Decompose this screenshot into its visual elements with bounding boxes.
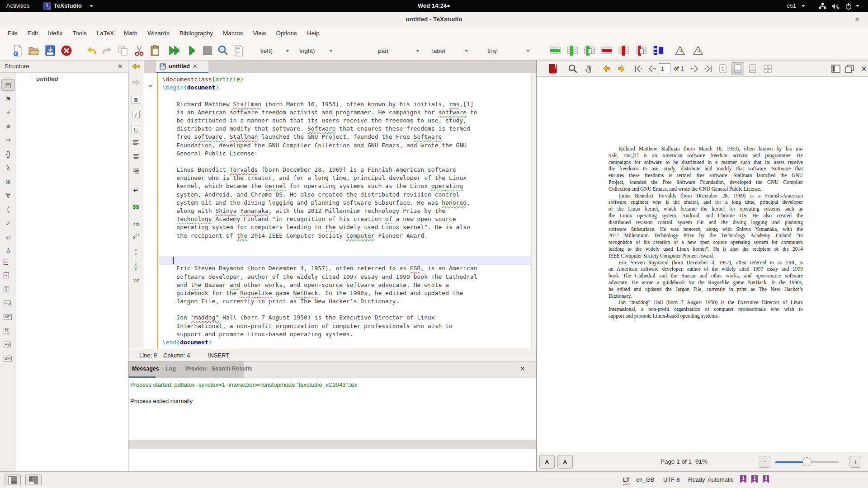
subscript-icon[interactable]: x (128, 219, 143, 226)
jump-back-icon[interactable] (601, 62, 613, 75)
align-center-icon[interactable] (128, 154, 143, 160)
next-page-icon[interactable] (688, 62, 701, 75)
statusbar-automatic[interactable]: Automatic (708, 476, 734, 483)
label-combo[interactable]: label (429, 45, 471, 56)
beamer-icon[interactable]: BM (4, 356, 12, 361)
symbols-misc-math-icon[interactable]: ∀ (1, 190, 15, 202)
grid-mode-icon[interactable] (761, 62, 774, 75)
menu-bibliography[interactable]: Bibliography (175, 27, 218, 39)
table-add-row-icon[interactable] (548, 44, 562, 57)
menu-file[interactable]: File (3, 27, 23, 39)
two-page-mode-icon[interactable] (746, 62, 759, 75)
next-env-icon[interactable] (691, 44, 705, 57)
open-folder-icon[interactable] (27, 44, 41, 57)
statusbar-lt[interactable]: LT (623, 476, 630, 483)
left-delimiter-combo[interactable]: \left( (258, 45, 292, 56)
structure-tree[interactable]: └ untitled (16, 73, 128, 471)
pdf-document-text[interactable]: Richard Matthew Stallman (born March 16,… (609, 145, 803, 319)
bookmark-icon-1[interactable]: 1 (740, 475, 746, 483)
statusbar-en-gb[interactable]: en_GB (636, 476, 654, 483)
symbols-special-icon[interactable]: ☺ (1, 231, 15, 243)
menu-view[interactable]: View (248, 27, 271, 39)
left-right-brackets-icon[interactable]: ([. (4, 286, 9, 292)
pstricks-icon[interactable]: PS (4, 300, 11, 306)
symbols-greek-icon[interactable]: λ (1, 162, 15, 174)
messages-tab-messages[interactable]: Messages (132, 366, 159, 372)
symbols-arrows-icon[interactable]: ⇒ (1, 134, 15, 146)
first-page-icon[interactable] (632, 62, 645, 75)
toggle-panel-icon[interactable] (830, 62, 842, 75)
align-left-icon[interactable] (128, 140, 143, 146)
menu-options[interactable]: Options (271, 27, 302, 39)
keyboard-layout-indicator[interactable]: es1 (787, 2, 796, 9)
editor-tab-close-icon[interactable]: ✕ (193, 63, 198, 70)
last-page-icon[interactable] (702, 62, 714, 75)
zoom-slider-thumb[interactable] (802, 457, 811, 466)
superscript-icon[interactable]: x (128, 234, 143, 241)
messages-panel-close-button[interactable]: ✕ (520, 365, 525, 372)
toggle-bottom-panel-button[interactable] (25, 474, 42, 486)
sectioning-combo[interactable]: part (375, 45, 422, 56)
underline-icon[interactable]: U (128, 126, 143, 133)
linebreak-icon[interactable]: ↵ (128, 186, 143, 194)
close-document-icon[interactable] (60, 44, 73, 57)
power-icon[interactable] (845, 3, 852, 11)
network-icon[interactable] (818, 3, 826, 11)
enlarge-font-button[interactable]: A (557, 455, 573, 469)
previous-page-icon[interactable] (646, 62, 659, 75)
table-add-column-icon[interactable] (566, 44, 579, 57)
back-icon[interactable] (128, 63, 143, 71)
redo-icon[interactable] (100, 44, 114, 57)
symbols-cyrillic-icon[interactable]: ж (1, 176, 15, 188)
stop-icon[interactable] (201, 44, 214, 57)
symbols-ams-icon[interactable]: ∞ (4, 259, 8, 265)
structure-tab-icon[interactable]: ▤ (1, 79, 15, 91)
symbols-wasysym-icon[interactable]: ✓ (1, 217, 15, 229)
cut-icon[interactable] (132, 44, 146, 57)
statusbar-utf-8[interactable]: UTF-8 (663, 476, 680, 483)
menu-tools[interactable]: Tools (67, 27, 92, 39)
undo-icon[interactable] (85, 44, 98, 57)
document-icon[interactable] (547, 62, 559, 75)
volume-muted-icon[interactable] (831, 3, 840, 11)
sqrt-icon[interactable]: √x (128, 277, 143, 284)
code-editor[interactable]: \documentclass{article}\begin{document} … (144, 73, 536, 349)
table-remove-column-icon[interactable] (617, 44, 631, 57)
window-close-button[interactable]: ✕ (854, 16, 860, 23)
pdf-page-input[interactable] (659, 63, 670, 74)
forward-icon[interactable] (128, 79, 143, 87)
copy-icon[interactable] (116, 44, 130, 57)
statusbar-ready[interactable]: Ready (688, 476, 705, 483)
editor-tab-untitled[interactable]: untitled ✕ (156, 61, 208, 73)
zoom-in-button[interactable]: + (849, 456, 861, 468)
tikz-icon[interactable]: TI (4, 328, 9, 334)
menu-edit[interactable]: Edit (23, 27, 43, 39)
close-pdf-icon[interactable]: ✕ (858, 62, 868, 75)
bookmark-icon-3[interactable]: 3 (763, 475, 769, 483)
small-frac-icon[interactable]: xy (128, 248, 143, 257)
menu-idefix[interactable]: Idefix (43, 27, 67, 39)
inline-math-icon[interactable]: $$ (128, 203, 143, 210)
clock[interactable]: Wed 14:24● (0, 2, 868, 9)
align-columns-icon[interactable] (651, 44, 665, 57)
compile-and-view-icon[interactable] (168, 44, 182, 57)
menu-macros[interactable]: Macros (218, 27, 248, 39)
detach-window-icon[interactable] (843, 62, 856, 75)
find-icon[interactable] (216, 44, 230, 57)
table-cut-column-icon[interactable] (634, 44, 648, 57)
save-icon[interactable] (43, 44, 57, 57)
right-delimiter-combo[interactable]: \right) (297, 45, 335, 56)
menu-latex[interactable]: LaTeX (92, 27, 119, 39)
symbols-delimiters-icon[interactable]: {} (1, 148, 15, 160)
structure-tree-item-untitled[interactable]: untitled (36, 75, 58, 82)
structure-panel-close-button[interactable]: ✕ (118, 63, 123, 70)
zoom-out-button[interactable]: − (759, 456, 770, 468)
menu-math[interactable]: Math (119, 27, 142, 39)
symbols-operators-icon[interactable]: ÷ (1, 107, 15, 118)
previous-env-icon[interactable] (673, 44, 687, 57)
menu-wizards[interactable]: Wizards (142, 27, 175, 39)
align-right-icon[interactable] (128, 168, 143, 175)
toggle-sidebar-button[interactable] (5, 474, 21, 486)
table-paste-column-icon[interactable] (583, 44, 596, 57)
symbols-accents-icon[interactable]: á (1, 245, 15, 257)
